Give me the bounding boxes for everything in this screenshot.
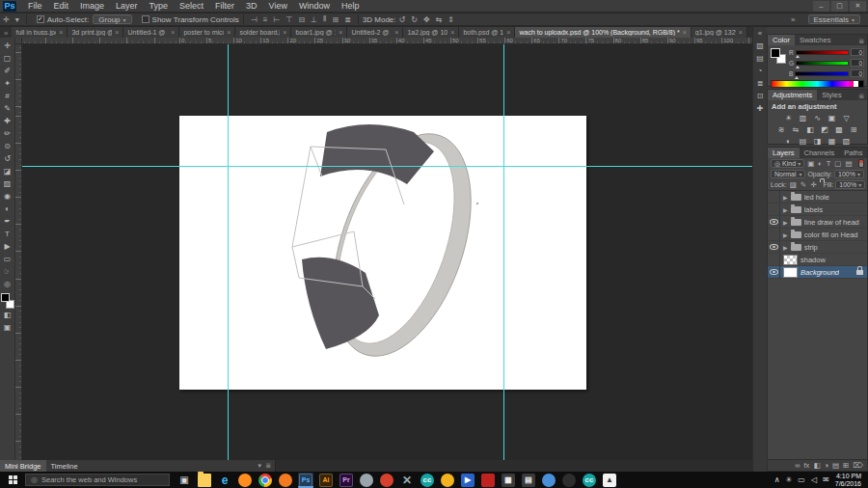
- color-swatches[interactable]: [1, 293, 14, 309]
- panel-menu-icon[interactable]: ≣: [858, 38, 867, 45]
- zoom-tool[interactable]: ◎: [1, 278, 14, 290]
- menu-item[interactable]: View: [263, 1, 293, 11]
- tray-message-icon[interactable]: ✉: [823, 475, 829, 484]
- tab-close-icon[interactable]: ×: [739, 29, 743, 36]
- filter-smart-objects-icon[interactable]: ▤: [844, 159, 853, 168]
- edge-icon[interactable]: e: [218, 474, 231, 487]
- photos-icon[interactable]: ▲: [603, 474, 616, 487]
- document-tab[interactable]: full in buss.jpg ... ×: [12, 27, 68, 38]
- illustrator-icon[interactable]: Ai: [319, 474, 333, 487]
- panel-menu-icon[interactable]: ≣: [858, 93, 867, 100]
- tab-close-icon[interactable]: ×: [506, 29, 510, 36]
- new-layer-icon[interactable]: ⊞: [843, 461, 849, 470]
- menu-item[interactable]: File: [22, 1, 48, 11]
- align-bottom-edges-icon[interactable]: ⊥: [308, 15, 320, 24]
- layer-thumbnail[interactable]: [783, 255, 798, 265]
- history-brush-tool[interactable]: ↺: [1, 152, 14, 165]
- expand-arrow-icon[interactable]: ▶: [783, 244, 788, 251]
- dock-panel-icon-6[interactable]: ✚: [757, 105, 764, 113]
- start-button[interactable]: [0, 472, 25, 488]
- taskbar-search-input[interactable]: ◎ Search the web and Windows: [25, 474, 170, 486]
- layer-name[interactable]: Background: [800, 268, 839, 277]
- document-tab[interactable]: Untitled-2 @ 100... ×: [347, 27, 403, 38]
- delete-layer-icon[interactable]: ⌦: [853, 461, 863, 470]
- layer-thumbnail[interactable]: [783, 267, 798, 278]
- visibility-toggle[interactable]: [768, 241, 780, 254]
- layer-row[interactable]: ▶ color fill on Head: [768, 229, 867, 241]
- visibility-toggle[interactable]: [768, 266, 780, 279]
- black-white-icon[interactable]: ◧: [804, 124, 817, 134]
- tab-overflow-icon[interactable]: »: [0, 29, 12, 38]
- red-square-app-icon[interactable]: [481, 474, 495, 487]
- vertical-guide[interactable]: [503, 44, 504, 460]
- visibility-toggle[interactable]: [768, 203, 780, 216]
- dock-panel-icon-5[interactable]: ⊡: [757, 93, 764, 100]
- path-selection-tool[interactable]: ▶: [1, 240, 14, 253]
- gradient-tool[interactable]: ▨: [1, 177, 14, 190]
- layer-effects-icon[interactable]: fx: [804, 461, 810, 470]
- dock-panel-icon-4[interactable]: ≣: [757, 80, 764, 88]
- visibility-toggle[interactable]: [768, 254, 780, 266]
- tab-close-icon[interactable]: ×: [171, 29, 175, 36]
- lock-position-icon[interactable]: ✛: [809, 180, 817, 189]
- posterize-icon[interactable]: ▤: [797, 136, 809, 146]
- visibility-toggle[interactable]: [768, 216, 780, 229]
- panel-tab[interactable]: Paths: [839, 148, 867, 158]
- auto-select-checkbox[interactable]: ✓: [37, 15, 44, 23]
- clone-stamp-tool[interactable]: ⊙: [1, 140, 14, 152]
- menu-item[interactable]: Help: [336, 1, 366, 11]
- tool-preset-caret-icon[interactable]: ▾: [13, 15, 22, 24]
- lasso-tool[interactable]: ✐: [1, 65, 14, 77]
- layer-row[interactable]: ▶ shadow: [768, 254, 867, 266]
- type-tool[interactable]: T: [1, 228, 14, 240]
- green-slider-track[interactable]: [796, 61, 849, 66]
- link-layers-icon[interactable]: ∞: [795, 461, 800, 470]
- menu-item[interactable]: Select: [174, 1, 209, 11]
- color-balance-icon[interactable]: ⇋: [790, 124, 802, 134]
- dock-panel-icon-1[interactable]: ▧: [756, 42, 764, 50]
- panel-tab[interactable]: Adjustments: [768, 90, 817, 100]
- expand-arrow-icon[interactable]: ▶: [783, 206, 788, 213]
- document-tab[interactable]: poster to micde.psd ×: [179, 27, 235, 38]
- crop-tool[interactable]: #: [1, 90, 14, 102]
- photo-filter-icon[interactable]: ◩: [819, 124, 831, 134]
- layer-row[interactable]: ▶ labels: [768, 203, 867, 216]
- document-tab[interactable]: wach to uploadx.psd @ 100% (Background, …: [515, 27, 691, 38]
- filter-type-layers-icon[interactable]: T: [826, 159, 832, 168]
- 3d-scale-icon[interactable]: ⇕: [445, 15, 457, 24]
- document-tab[interactable]: 1a2.jpg @ 100%... ×: [403, 27, 459, 38]
- quick-mask-mode-icon[interactable]: ◧: [1, 309, 14, 321]
- media-player-app-icon[interactable]: ▶: [461, 474, 475, 487]
- distribute-centers-icon[interactable]: ⊞: [329, 15, 341, 24]
- lock-transparency-icon[interactable]: ▨: [789, 180, 798, 189]
- hue-saturation-icon[interactable]: ≋: [775, 124, 788, 134]
- tray-expand-icon[interactable]: ∧: [774, 475, 780, 484]
- premiere-icon[interactable]: Pr: [339, 474, 353, 487]
- selective-color-icon[interactable]: ▧: [840, 136, 853, 146]
- ruler-origin-corner[interactable]: [15, 38, 22, 44]
- show-transform-checkbox[interactable]: [142, 15, 149, 23]
- vibrance-icon[interactable]: ▽: [840, 113, 853, 122]
- eyedropper-tool[interactable]: ✎: [1, 102, 14, 115]
- menu-item[interactable]: Filter: [209, 1, 240, 11]
- document-tab[interactable]: both.psd @ 100... ×: [459, 27, 515, 38]
- menu-item[interactable]: Type: [144, 1, 175, 11]
- 3d-slide-icon[interactable]: ⇆: [433, 15, 446, 24]
- x-app-icon[interactable]: ✕: [400, 474, 414, 487]
- tab-close-icon[interactable]: ×: [283, 29, 286, 36]
- filter-pixel-layers-icon[interactable]: ▣: [806, 159, 815, 168]
- vertical-ruler[interactable]: [15, 44, 22, 460]
- dock-panel-icon-3[interactable]: ◔: [758, 68, 763, 75]
- tab-close-icon[interactable]: ×: [227, 29, 231, 36]
- vertical-guide[interactable]: [228, 44, 229, 460]
- calculator-icon[interactable]: ▦: [502, 474, 515, 487]
- close-button[interactable]: ✕: [850, 1, 866, 12]
- document-tab[interactable]: g1.jpg @ 132% (... ×: [692, 27, 747, 38]
- firefox-icon[interactable]: [238, 474, 252, 487]
- tab-close-icon[interactable]: ×: [450, 29, 454, 36]
- filter-adjustment-layers-icon[interactable]: ◐: [817, 159, 824, 168]
- eraser-tool[interactable]: ◪: [1, 165, 14, 177]
- red-value-field[interactable]: 0: [851, 48, 864, 56]
- layer-name[interactable]: shadow: [800, 256, 826, 264]
- panel-minimize-icon[interactable]: ▾: [258, 462, 262, 470]
